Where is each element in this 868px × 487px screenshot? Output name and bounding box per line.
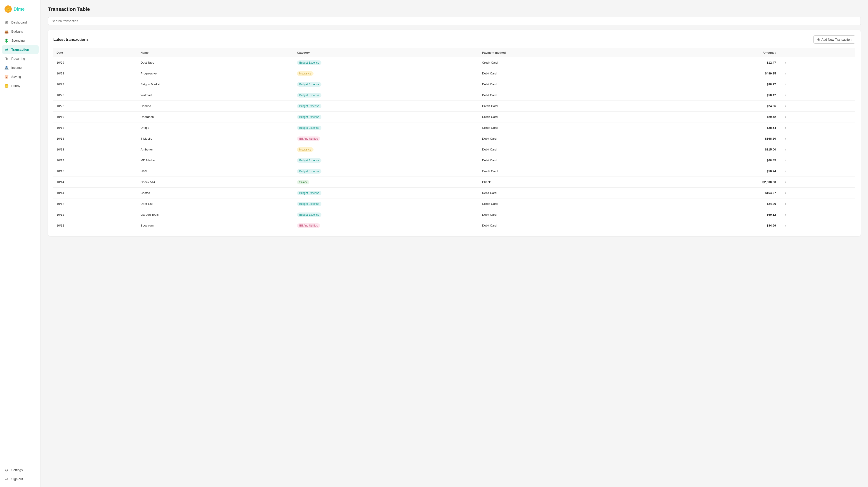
row-detail-button[interactable]: › — [782, 71, 789, 76]
category-badge: Budget Expense — [297, 202, 321, 206]
sidebar-item-budgets[interactable]: 👜 Budgets — [2, 27, 39, 36]
sidebar-item-dashboard[interactable]: ⊞ Dashboard — [2, 18, 39, 27]
col-amount[interactable]: Amount ↕ — [659, 48, 779, 57]
page-title: Transaction Table — [48, 6, 861, 12]
cell-date: 10/12 — [53, 198, 137, 209]
cell-action[interactable]: › — [779, 188, 855, 198]
sidebar-label-signout: Sign out — [11, 477, 23, 481]
cell-payment: Debit Card — [479, 155, 659, 166]
amount-value: $29.42 — [767, 115, 776, 119]
cell-action[interactable]: › — [779, 198, 855, 209]
refresh-icon: ↻ — [4, 57, 8, 61]
search-input[interactable] — [48, 17, 861, 25]
cell-name: Walmart — [137, 90, 294, 101]
building-icon: 🏦 — [4, 66, 8, 70]
row-detail-button[interactable]: › — [782, 223, 789, 228]
category-badge: Budget Expense — [297, 93, 321, 97]
add-transaction-button[interactable]: ⊕ Add New Transaction — [813, 35, 855, 44]
cell-action[interactable]: › — [779, 155, 855, 166]
cell-action[interactable]: › — [779, 101, 855, 112]
sort-icon: ↕ — [775, 51, 776, 54]
piggy-icon: 🐷 — [4, 75, 8, 79]
cell-date: 10/16 — [53, 166, 137, 177]
cell-action[interactable]: › — [779, 177, 855, 188]
cell-name: Costco — [137, 188, 294, 198]
cell-payment: Debit Card — [479, 209, 659, 220]
row-detail-button[interactable]: › — [782, 115, 789, 119]
cell-date: 10/29 — [53, 57, 137, 68]
cell-action[interactable]: › — [779, 90, 855, 101]
cell-payment: Credit Card — [479, 112, 659, 122]
sidebar-label-dashboard: Dashboard — [11, 21, 27, 24]
cell-payment: Debit Card — [479, 68, 659, 79]
category-badge: Bill And Utilities — [297, 223, 320, 228]
cell-payment: Debit Card — [479, 79, 659, 90]
sidebar-label-income: Income — [11, 66, 22, 69]
table-header-row: Latest transactions ⊕ Add New Transactio… — [53, 35, 855, 44]
amount-value: $489.25 — [765, 72, 776, 75]
cell-amount: $164.57 — [659, 188, 779, 198]
row-detail-button[interactable]: › — [782, 82, 789, 87]
cell-amount: $115.00 — [659, 144, 779, 155]
logo-text: Dime — [13, 6, 25, 12]
table-row: 10/18 Uniqlo Budget Expense Credit Card … — [53, 122, 855, 133]
row-detail-button[interactable]: › — [782, 169, 789, 174]
table-row: 10/19 Doordash Budget Expense Credit Car… — [53, 112, 855, 122]
table-row: 10/28 Progressive Insurance Debit Card $… — [53, 68, 855, 79]
row-detail-button[interactable]: › — [782, 136, 789, 141]
cell-amount: $489.25 — [659, 68, 779, 79]
sidebar-item-transaction[interactable]: ⇄ Transaction — [2, 45, 39, 54]
category-badge: Budget Expense — [297, 169, 321, 174]
col-payment: Payment method — [479, 48, 659, 57]
sidebar-item-income[interactable]: 🏦 Income — [2, 63, 39, 72]
table-row: 10/26 Walmart Budget Expense Debit Card … — [53, 90, 855, 101]
cell-date: 10/26 — [53, 90, 137, 101]
category-badge: Budget Expense — [297, 125, 321, 130]
sidebar-item-saving[interactable]: 🐷 Saving — [2, 73, 39, 81]
cell-category: Budget Expense — [294, 101, 479, 112]
cell-payment: Debit Card — [479, 133, 659, 144]
cell-amount: $12.47 — [659, 57, 779, 68]
cell-category: Budget Expense — [294, 166, 479, 177]
cell-date: 10/19 — [53, 112, 137, 122]
cell-action[interactable]: › — [779, 144, 855, 155]
cell-payment: Debit Card — [479, 220, 659, 231]
cell-action[interactable]: › — [779, 112, 855, 122]
row-detail-button[interactable]: › — [782, 212, 789, 217]
row-detail-button[interactable]: › — [782, 147, 789, 152]
sidebar-item-recurring[interactable]: ↻ Recurring — [2, 54, 39, 63]
cell-name: Duct Tape — [137, 57, 294, 68]
sidebar-label-recurring: Recurring — [11, 57, 25, 60]
cell-name: MD Market — [137, 155, 294, 166]
cell-action[interactable]: › — [779, 209, 855, 220]
plus-icon: ⊕ — [817, 37, 820, 41]
cell-name: Ambetter — [137, 144, 294, 155]
cell-payment: Credit Card — [479, 57, 659, 68]
cell-action[interactable]: › — [779, 122, 855, 133]
row-detail-button[interactable]: › — [782, 93, 789, 97]
sidebar-item-spending[interactable]: 💲 Spending — [2, 36, 39, 45]
row-detail-button[interactable]: › — [782, 125, 789, 130]
cell-action[interactable]: › — [779, 79, 855, 90]
category-badge: Insurance — [297, 147, 313, 152]
sidebar-item-settings[interactable]: ⚙ Settings — [2, 466, 39, 474]
cell-action[interactable]: › — [779, 220, 855, 231]
cell-action[interactable]: › — [779, 57, 855, 68]
swap-icon: ⇄ — [4, 48, 8, 52]
row-detail-button[interactable]: › — [782, 158, 789, 163]
row-detail-button[interactable]: › — [782, 60, 789, 65]
row-detail-button[interactable]: › — [782, 191, 789, 195]
cell-action[interactable]: › — [779, 68, 855, 79]
sidebar-item-penny[interactable]: 🪙 Penny — [2, 82, 39, 90]
category-badge: Budget Expense — [297, 82, 321, 87]
amount-value: $60.12 — [767, 213, 776, 216]
dollar-icon: 💲 — [4, 38, 8, 42]
row-detail-button[interactable]: › — [782, 180, 789, 184]
cell-amount: $56.74 — [659, 166, 779, 177]
cell-action[interactable]: › — [779, 166, 855, 177]
amount-value: $12.47 — [767, 61, 776, 64]
row-detail-button[interactable]: › — [782, 201, 789, 206]
cell-action[interactable]: › — [779, 133, 855, 144]
sidebar-item-signout[interactable]: ↩ Sign out — [2, 475, 39, 483]
row-detail-button[interactable]: › — [782, 104, 789, 108]
